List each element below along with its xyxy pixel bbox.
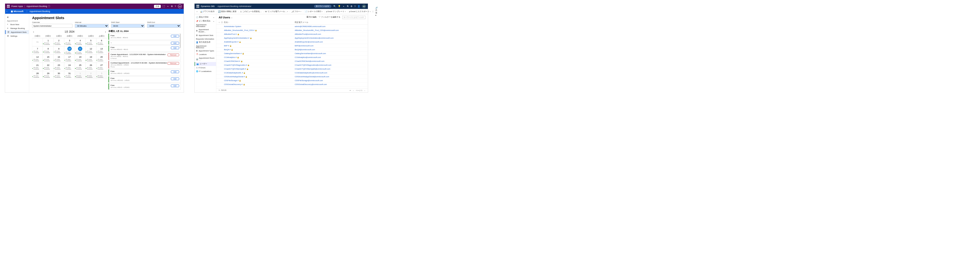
calendar-day[interactable]: 1920 slots available xyxy=(86,54,96,63)
sidebar-item[interactable]: ≡Manage Booking xyxy=(5,26,29,30)
avatar[interactable]: SA xyxy=(178,4,182,8)
slot-item[interactable]: Free(30 mins) 8時0分 - 8時30分Add xyxy=(108,33,181,40)
cmd-item[interactable]: ⚠このビューを視覚化… xyxy=(240,10,262,13)
hierarchy-icon[interactable]: ⬡ xyxy=(221,21,224,24)
row-email[interactable]: CDSGlobalDiscovery@onmicrosoft.com xyxy=(295,83,366,86)
row-email[interactable]: AriaMdlExporter@onmicrosoft.com xyxy=(295,41,366,43)
cmd-item[interactable]: ✉リンクを電子メール…▾ xyxy=(265,10,288,13)
slot-item[interactable]: Free(30 mins) 10時0分 - 10時30分Add xyxy=(108,69,181,76)
row-email[interactable]: CCaaSCRMClient@onmicrosoft.com xyxy=(295,60,366,62)
row-name[interactable]: AIBuilderProd #🔒 xyxy=(224,33,295,35)
add-button[interactable]: Add xyxy=(171,84,179,87)
table-row[interactable]: BAP #🔒BAP@onmicrosoft.com xyxy=(216,44,368,48)
back-icon[interactable]: ‹ xyxy=(6,10,10,13)
add-button[interactable]: Add xyxy=(171,70,179,73)
next-page-icon[interactable]: → xyxy=(364,90,366,91)
remove-button[interactable]: Remove xyxy=(167,54,179,56)
user-icon[interactable]: 👤 xyxy=(358,5,360,8)
calendar-day[interactable]: 1720 slots available xyxy=(64,54,75,63)
search-input[interactable]: キーワードによるフィルタ xyxy=(342,16,366,19)
plus-icon[interactable]: ＋ xyxy=(167,5,169,8)
share-button[interactable]: 🔗 共有 ▾ xyxy=(375,7,378,16)
sidebar-item[interactable]: 🗓Appointment Slots xyxy=(194,33,216,37)
calendar-day[interactable]: 1320 slots available xyxy=(96,46,107,54)
app-launcher-icon[interactable] xyxy=(196,5,199,8)
calendar-day[interactable]: 620 slots available xyxy=(96,38,107,46)
row-email[interactable]: AIBuilder_StructuredML_Prod_CDS@onmicros… xyxy=(295,29,366,31)
prev-page-icon[interactable]: ← xyxy=(353,90,354,91)
add-button[interactable]: Add xyxy=(171,78,179,80)
sidebar-item[interactable]: 👥ユーザー xyxy=(194,62,216,66)
help-icon[interactable]: ? xyxy=(175,5,176,8)
calendar-day[interactable]: 920 slots available xyxy=(54,46,64,54)
try-new-design[interactable]: 新デザインを試す xyxy=(314,5,331,8)
add-button[interactable]: Add xyxy=(171,42,179,45)
row-email[interactable]: CCADataAnalyticsML@onmicrosoft.com xyxy=(295,72,366,74)
cmd-item[interactable]: 📊グラフの表示 xyxy=(200,10,215,13)
row-name[interactable]: CDSGlobalDiscovery #🔒 xyxy=(224,83,295,86)
row-name[interactable]: CatalogServiceNam #🔒 xyxy=(224,53,295,54)
sidebar-item[interactable]: +Book New xyxy=(5,22,29,26)
row-name[interactable]: AppDeploymentOrchestration #🔒 xyxy=(224,37,295,39)
add-button[interactable]: Add xyxy=(171,46,179,49)
calendar-day[interactable]: 2220 slots available xyxy=(43,63,53,71)
shiftend-select[interactable]: 18:00 xyxy=(147,24,181,28)
row-email[interactable]: BizQA@onmicrosoft.com xyxy=(295,49,366,51)
table-row[interactable]: CCaaSCTQDVWarmpath #🔒CCaaSCTQDVWarmpath@… xyxy=(216,67,368,71)
col-name[interactable]: 氏名 ↑ xyxy=(224,21,295,24)
calendar-day[interactable]: 120 slots available xyxy=(75,71,86,79)
row-name[interactable]: CCaaSCRMClient #🔒 xyxy=(224,60,295,62)
table-row[interactable]: CCAAnalytics #🔒CCAAnalytics@onmicrosoft.… xyxy=(216,56,368,59)
cmd-item[interactable]: xExcel にエクスポート▾ xyxy=(349,10,371,13)
gear-icon[interactable]: ⚙ xyxy=(350,5,352,8)
table-row[interactable]: AriaMdlExporter #🔒AriaMdlExporter@onmicr… xyxy=(216,40,368,44)
row-email[interactable]: CDSFileStorage@onmicrosoft.com xyxy=(295,80,366,81)
next-month-icon[interactable]: › xyxy=(104,30,107,33)
row-name[interactable]: AIBuilder_StructuredML_Prod_CDS #🔒 xyxy=(224,29,295,31)
row-name[interactable]: CDSAcisInfraAppGlobal #🔒 xyxy=(224,76,295,78)
recent-items[interactable]: 🕘最近の項目⌄ xyxy=(194,15,216,19)
table-row[interactable]: BizQA #🔒BizQA@onmicrosoft.com xyxy=(216,48,368,52)
calendar-day[interactable]: 2620 slots available xyxy=(86,63,96,71)
search-icon[interactable]: 🔍 xyxy=(333,5,336,8)
interval-select[interactable]: 30 Minutes xyxy=(75,24,109,28)
calendar-day[interactable]: 1120 slots available xyxy=(75,46,86,54)
row-email[interactable]: admin@CRM024098.onmicrosoft.com xyxy=(295,25,366,27)
row-name[interactable]: CDSFileStorage #🔒 xyxy=(224,80,295,81)
calendar-day[interactable]: 2820 slots available xyxy=(32,71,43,79)
calendar-day[interactable]: 720 slots available xyxy=(32,46,43,54)
calendar-day[interactable]: 2720 slots available xyxy=(96,63,107,71)
row-email[interactable]: CCaaSCTQDVWarmpath@onmicrosoft.com xyxy=(295,68,366,70)
calendar-day[interactable]: 2120 slots available xyxy=(32,63,43,71)
row-name[interactable]: CCADataAnalyticsML #🔒 xyxy=(224,72,295,74)
bulb-icon[interactable]: 💡 xyxy=(338,5,340,8)
share-button[interactable]: 共有 xyxy=(154,5,161,8)
slot-item[interactable]: Career Appointment - 1/11/2024 9:00 AM -… xyxy=(108,53,181,60)
table-row[interactable]: CDSFileStorage #🔒CDSFileStorage@onmicros… xyxy=(216,79,368,83)
row-name[interactable]: CCaaSCTQDVWarmpath #🔒 xyxy=(224,68,295,70)
sidebar-item[interactable]: 🗓Appointment Bookin… xyxy=(194,28,216,33)
calendar-day[interactable]: 1220 slots available xyxy=(86,46,96,54)
calendar-day[interactable]: 220 slots available xyxy=(54,38,64,46)
shiftstart-select[interactable]: 08:00 xyxy=(111,24,145,28)
slot-item[interactable]: Free(30 mins) 10時30分 - 11時0分Add xyxy=(108,76,181,83)
table-row[interactable]: CCADataAnalyticsML #🔒CCADataAnalyticsML@… xyxy=(216,71,368,75)
calendar-day[interactable]: 1420 slots available xyxy=(32,54,43,63)
select-all-checkbox[interactable]: ○ xyxy=(219,21,221,24)
calendar-input[interactable] xyxy=(32,24,72,28)
table-row[interactable]: CCaaSCTQDVDiagnostics #🔒CCaaSCTQDVDiagno… xyxy=(216,63,368,67)
cmd-item[interactable]: ⎇フロー▾ xyxy=(291,10,301,13)
cmd-item[interactable]: xExcel テンプレート▾ xyxy=(326,10,345,13)
sidebar-item[interactable]: ⚙Settings xyxy=(5,34,29,38)
calendar-day[interactable]: 520 slots available xyxy=(86,38,96,46)
row-email[interactable]: CDSAcisInfraAppGlobal@onmicrosoft.com xyxy=(295,76,366,78)
edit-columns[interactable]: ☰ 列の編集 xyxy=(307,16,317,19)
row-name[interactable]: CCaaSCTQDVDiagnostics #🔒 xyxy=(224,64,295,66)
slot-item[interactable]: --Add xyxy=(108,41,181,45)
filter-icon[interactable]: ⚗ xyxy=(347,5,348,8)
calendar-day[interactable]: 420 slots available xyxy=(75,38,86,46)
calendar-day[interactable]: 2020 slots available xyxy=(96,54,107,63)
help-icon[interactable]: ? xyxy=(354,5,356,8)
gear-icon[interactable]: ⚙ xyxy=(171,5,173,8)
table-row[interactable]: CDSAcisInfraAppGlobal #🔒CDSAcisInfraAppG… xyxy=(216,75,368,79)
